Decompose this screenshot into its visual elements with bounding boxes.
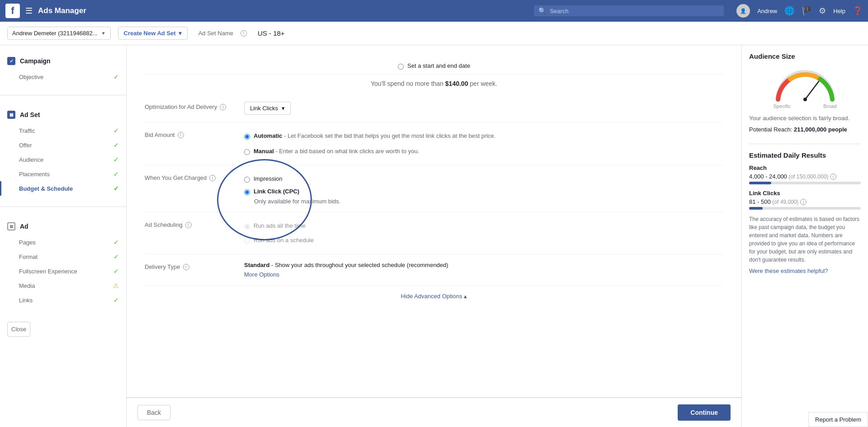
sidebar: ✓ Campaign Objective ✓ ▦ Ad Set Traffic … bbox=[0, 45, 127, 427]
sidebar-item-fullscreen[interactable]: Fullscreen Experience ✓ bbox=[0, 264, 126, 278]
continue-button[interactable]: Continue bbox=[678, 404, 731, 421]
spend-row: You'll spend no more than $140.00 per we… bbox=[145, 75, 723, 94]
charged-info-icon[interactable]: i bbox=[209, 175, 216, 181]
scheduling-content: Run ads all the time Run ads on a schedu… bbox=[244, 220, 723, 247]
spend-text: You'll spend no more than $140.00 per we… bbox=[371, 76, 497, 94]
media-warn-icon: ⚠ bbox=[113, 282, 119, 289]
hamburger-icon[interactable]: ☰ bbox=[25, 6, 33, 16]
gauge-container: Specific Broad bbox=[749, 66, 861, 109]
reach-metric: Reach 4,000 - 24,000 (of 150,000,000) i bbox=[749, 164, 861, 184]
helpful-link[interactable]: Were these estimates helpful? bbox=[749, 267, 828, 274]
report-problem-button[interactable]: Report a Problem bbox=[808, 412, 868, 427]
fullscreen-check-icon: ✓ bbox=[113, 267, 119, 275]
ad-label: Ad bbox=[20, 223, 28, 230]
sidebar-item-audience[interactable]: Audience ✓ bbox=[0, 152, 126, 167]
scheduling-info-icon[interactable]: i bbox=[185, 222, 192, 228]
globe-icon[interactable]: 🌐 bbox=[784, 6, 794, 16]
campaign-header: ✓ Campaign bbox=[0, 52, 126, 70]
sidebar-item-placements[interactable]: Placements ✓ bbox=[0, 167, 126, 181]
account-selector[interactable]: Andrew Demeter (3211946882... ▼ bbox=[7, 27, 111, 40]
more-options-link[interactable]: More Options bbox=[244, 271, 279, 278]
account-label: Andrew Demeter (3211946882... bbox=[12, 30, 98, 37]
set-date-label: Set a start and end date bbox=[407, 62, 470, 69]
dropdown-chevron-icon: ▾ bbox=[282, 105, 285, 112]
optimization-label: Optimization for Ad Delivery i bbox=[145, 102, 244, 110]
search-bar[interactable]: 🔍 bbox=[534, 5, 724, 16]
sidebar-item-offer[interactable]: Offer ✓ bbox=[0, 138, 126, 152]
chevron-down-icon: ▼ bbox=[101, 31, 106, 36]
help-button[interactable]: Help bbox=[833, 8, 845, 14]
run-schedule-option[interactable]: Run ads on a schedule bbox=[244, 234, 723, 247]
optimization-info-icon[interactable]: i bbox=[220, 104, 226, 110]
delivery-info-icon[interactable]: i bbox=[183, 264, 189, 270]
gear-icon[interactable]: ⚙ bbox=[819, 6, 826, 16]
impression-radio[interactable] bbox=[244, 177, 250, 183]
search-input[interactable] bbox=[550, 8, 719, 14]
audience-size-title: Audience Size bbox=[749, 52, 861, 60]
link-clicks-metric: Link Clicks 81 - 500 (of 49,000) i bbox=[749, 190, 861, 210]
run-all-time-option[interactable]: Run ads all the time bbox=[244, 220, 723, 232]
hide-advanced-link[interactable]: Hide Advanced Options ▴ bbox=[401, 293, 467, 300]
manual-option[interactable]: Manual - Enter a bid based on what link … bbox=[244, 145, 723, 158]
content-area: Set a start and end date You'll spend no… bbox=[127, 45, 741, 427]
ad-section: ▦ Ad Pages ✓ Format ✓ Fullscreen Experie… bbox=[0, 211, 126, 314]
gauge-labels: Specific Broad bbox=[774, 103, 837, 109]
optimization-dropdown[interactable]: Link Clicks ▾ bbox=[244, 102, 291, 115]
run-all-radio[interactable] bbox=[244, 224, 250, 230]
automatic-radio[interactable] bbox=[244, 134, 250, 140]
audience-check-icon: ✓ bbox=[113, 156, 119, 163]
charged-row: When You Get Charged i Impression Link C… bbox=[145, 165, 723, 212]
right-panel: Audience Size Specific Br bbox=[741, 45, 868, 427]
sidebar-item-traffic[interactable]: Traffic ✓ bbox=[0, 123, 126, 138]
link-click-radio[interactable] bbox=[244, 189, 250, 195]
run-schedule-radio[interactable] bbox=[244, 238, 250, 244]
user-name[interactable]: Andrew bbox=[757, 8, 777, 14]
app-title: Ads Manager bbox=[38, 6, 86, 15]
avatar: 👤 bbox=[736, 4, 750, 18]
set-date-option[interactable]: Set a start and end date bbox=[398, 60, 470, 72]
nav-right-area: 👤 Andrew 🌐 🏴 ⚙ Help ❓ bbox=[736, 4, 863, 18]
campaign-section: ✓ Campaign Objective ✓ bbox=[0, 45, 126, 91]
sidebar-item-budget[interactable]: Budget & Schedule ✓ bbox=[0, 181, 126, 196]
sidebar-item-links[interactable]: Links ✓ bbox=[0, 293, 126, 307]
link-clicks-info-icon[interactable]: i bbox=[800, 199, 807, 205]
delivery-label: Delivery Type i bbox=[145, 262, 244, 270]
impression-option[interactable]: Impression bbox=[244, 173, 723, 185]
run-schedule-label: Run ads on a schedule bbox=[254, 237, 314, 244]
reach-value: 4,000 - 24,000 (of 150,000,000) i bbox=[749, 173, 861, 180]
optimization-content: Link Clicks ▾ bbox=[244, 102, 723, 115]
bid-label: Bid Amount i bbox=[145, 130, 244, 138]
link-clicks-bar-track bbox=[749, 207, 861, 210]
link-click-option[interactable]: Link Click (CPC) bbox=[244, 185, 723, 198]
specific-label: Specific bbox=[774, 103, 791, 109]
sidebar-item-media[interactable]: Media ⚠ bbox=[0, 278, 126, 293]
flag-icon[interactable]: 🏴 bbox=[802, 6, 811, 16]
audience-size-section: Audience Size Specific Br bbox=[749, 52, 861, 133]
top-navigation: f ☰ Ads Manager 🔍 👤 Andrew 🌐 🏴 ⚙ Help ❓ bbox=[0, 0, 868, 22]
sidebar-item-format[interactable]: Format ✓ bbox=[0, 249, 126, 264]
impression-label: Impression bbox=[254, 175, 283, 182]
manual-radio[interactable] bbox=[244, 149, 250, 155]
bid-content: Automatic - Let Facebook set the bid tha… bbox=[244, 130, 723, 158]
subheader: Andrew Demeter (3211946882... ▼ Create N… bbox=[0, 22, 868, 45]
bid-info-icon[interactable]: i bbox=[178, 132, 184, 138]
reach-bar-fill bbox=[749, 182, 771, 184]
scheduling-row: Ad Scheduling i Run ads all the time Run… bbox=[145, 212, 723, 254]
ad-header: ▦ Ad bbox=[0, 218, 126, 235]
sidebar-item-pages[interactable]: Pages ✓ bbox=[0, 235, 126, 249]
sidebar-item-objective[interactable]: Objective ✓ bbox=[0, 70, 126, 84]
set-date-radio[interactable] bbox=[398, 64, 404, 70]
close-button[interactable]: Close bbox=[7, 322, 30, 337]
automatic-option[interactable]: Automatic - Let Facebook set the bid tha… bbox=[244, 130, 723, 142]
reach-info-icon[interactable]: i bbox=[830, 174, 836, 180]
adset-name-value: US - 18+ bbox=[258, 29, 285, 37]
campaign-label: Campaign bbox=[20, 57, 51, 65]
reach-bar-track bbox=[749, 182, 861, 184]
adset-header: ▦ Ad Set bbox=[0, 106, 126, 123]
create-adset-button[interactable]: Create New Ad Set ▾ bbox=[118, 27, 188, 40]
pages-check-icon: ✓ bbox=[113, 239, 119, 246]
hide-advanced-row: Hide Advanced Options ▴ bbox=[145, 293, 723, 300]
facebook-logo: f bbox=[5, 4, 20, 18]
back-button[interactable]: Back bbox=[137, 405, 170, 420]
offer-check-icon: ✓ bbox=[113, 141, 119, 149]
